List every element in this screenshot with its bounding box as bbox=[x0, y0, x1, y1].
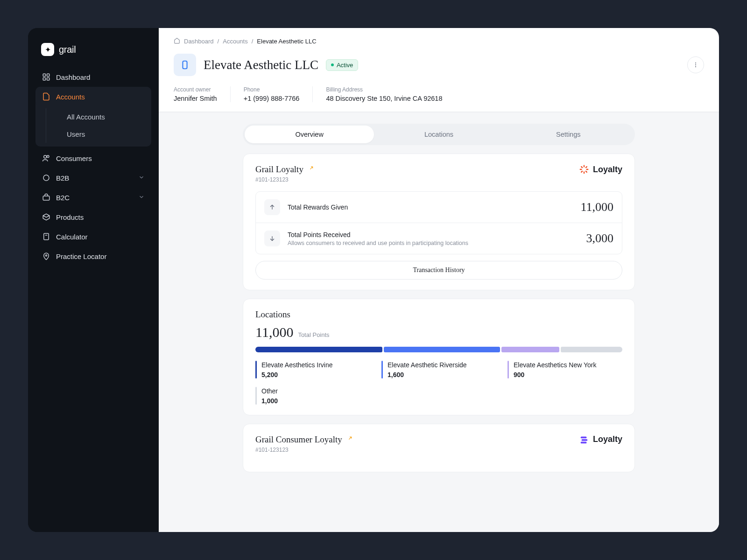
sidebar-item-b2c[interactable]: B2C bbox=[35, 188, 151, 207]
title-row: Elevate Aesthetic LLC Active bbox=[174, 45, 704, 86]
brand-name: grail bbox=[59, 44, 76, 55]
transaction-history-button[interactable]: Transaction History bbox=[255, 261, 622, 280]
legend-name: Elevate Aesthetics Irvine bbox=[261, 361, 333, 370]
tab-locations[interactable]: Locations bbox=[374, 126, 503, 143]
meta-label: Billing Address bbox=[326, 86, 442, 93]
account-avatar-icon bbox=[174, 54, 196, 76]
dots-vertical-icon bbox=[692, 61, 699, 69]
sidebar-item-consumers[interactable]: Consumers bbox=[35, 148, 151, 168]
svg-point-4 bbox=[44, 155, 47, 158]
arrow-down-icon bbox=[264, 231, 280, 246]
breadcrumb-dashboard[interactable]: Dashboard bbox=[184, 38, 214, 45]
breadcrumb-sep: / bbox=[252, 38, 254, 45]
meta-phone: Phone +1 (999) 888-7766 bbox=[244, 86, 313, 102]
sidebar-item-calculator[interactable]: Calculator bbox=[35, 227, 151, 246]
locations-total-value: 11,000 bbox=[255, 324, 293, 340]
locations-total-label: Total Points bbox=[298, 331, 329, 338]
tabs: Overview Locations Settings bbox=[243, 124, 635, 145]
sidebar-item-label: Dashboard bbox=[56, 73, 145, 81]
breadcrumb-sep: / bbox=[218, 38, 219, 45]
sidebar-subnav-accounts: All Accounts Users bbox=[46, 108, 151, 143]
tab-overview[interactable]: Overview bbox=[245, 126, 374, 143]
svg-line-20 bbox=[586, 171, 587, 172]
svg-point-6 bbox=[43, 175, 49, 181]
breadcrumb-current: Elevate Aesthetic LLC bbox=[257, 38, 316, 45]
external-link-icon[interactable] bbox=[307, 164, 314, 175]
sidebar-group-accounts: Accounts All Accounts Users bbox=[35, 87, 151, 147]
meta-address: Billing Address 48 Discovery Ste 150, Ir… bbox=[326, 86, 455, 102]
bar-segment-2 bbox=[501, 347, 559, 352]
sidebar-item-label: Products bbox=[56, 213, 145, 221]
meta-owner: Account owner Jennifer Smith bbox=[174, 86, 231, 102]
sidebar-item-practice-locator[interactable]: Practice Locator bbox=[35, 246, 151, 266]
card-title: Grail Loyalty bbox=[255, 164, 314, 175]
content-scroll[interactable]: Overview Locations Settings Grail Loyalt… bbox=[159, 112, 719, 532]
svg-point-13 bbox=[695, 64, 696, 65]
sidebar-item-label: Calculator bbox=[56, 233, 145, 241]
sidebar-item-label: Accounts bbox=[56, 93, 145, 101]
meta-value: Jennifer Smith bbox=[174, 95, 217, 102]
sidebar-item-accounts[interactable]: Accounts bbox=[35, 87, 151, 106]
app-shell: ✦ grail Dashboard Accounts All Accounts … bbox=[28, 28, 719, 532]
sidebar-subitem-all-accounts[interactable]: All Accounts bbox=[61, 108, 151, 126]
svg-line-19 bbox=[581, 167, 582, 168]
svg-point-12 bbox=[695, 63, 696, 63]
card-id: #101-123123 bbox=[255, 447, 352, 453]
sidebar-subitem-users[interactable]: Users bbox=[61, 126, 151, 143]
locations-bar-chart bbox=[255, 347, 622, 352]
card-title-text: Grail Consumer Loyalty bbox=[255, 434, 342, 445]
more-button[interactable] bbox=[687, 56, 704, 73]
legend-tick bbox=[255, 361, 257, 378]
stat-label: Total Points Received bbox=[288, 231, 579, 238]
svg-rect-8 bbox=[44, 233, 49, 240]
breadcrumb-accounts[interactable]: Accounts bbox=[223, 38, 247, 45]
stack-icon bbox=[579, 434, 589, 445]
stat-points-received: Total Points Received Allows consumers t… bbox=[256, 223, 622, 254]
sidebar-item-dashboard[interactable]: Dashboard bbox=[35, 67, 151, 87]
legend-value: 1,600 bbox=[388, 371, 467, 378]
account-meta: Account owner Jennifer Smith Phone +1 (9… bbox=[174, 86, 704, 112]
meta-label: Account owner bbox=[174, 86, 217, 93]
legend-value: 1,000 bbox=[261, 397, 278, 405]
calculator-icon bbox=[42, 232, 50, 241]
locations-title: Locations bbox=[255, 309, 622, 320]
svg-point-14 bbox=[695, 66, 696, 67]
legend-item: Elevate Aesthetics New York 900 bbox=[507, 361, 622, 378]
svg-point-5 bbox=[47, 155, 49, 158]
loyalty-card-1: Grail Loyalty #101-123123 Loyalty bbox=[243, 154, 635, 290]
card-header: Grail Loyalty #101-123123 Loyalty bbox=[255, 164, 622, 183]
meta-value: +1 (999) 888-7766 bbox=[244, 95, 300, 102]
stat-text: Total Rewards Given bbox=[288, 203, 573, 211]
svg-rect-27 bbox=[581, 441, 587, 443]
stat-sublabel: Allows consumers to received and use poi… bbox=[288, 240, 579, 246]
chevron-down-icon bbox=[138, 194, 145, 202]
breadcrumb: Dashboard / Accounts / Elevate Aesthetic… bbox=[174, 37, 704, 45]
page-title: Elevate Aesthetic LLC bbox=[204, 58, 318, 72]
legend-item: Elevate Aesthetics Irvine 5,200 bbox=[255, 361, 370, 378]
sidebar-item-label: B2B bbox=[56, 174, 133, 182]
arrow-up-icon bbox=[264, 199, 280, 215]
legend-tick bbox=[255, 387, 257, 405]
locations-card: Locations 11,000 Total Points bbox=[243, 299, 635, 415]
card-title: Grail Consumer Loyalty bbox=[255, 434, 352, 445]
status-badge: Active bbox=[326, 59, 358, 71]
sidebar-item-label: Consumers bbox=[56, 154, 145, 162]
meta-value: 48 Discovery Ste 150, Irvine CA 92618 bbox=[326, 95, 442, 102]
accounts-icon bbox=[42, 92, 50, 101]
sidebar: ✦ grail Dashboard Accounts All Accounts … bbox=[28, 28, 159, 532]
consumers-icon bbox=[42, 154, 50, 162]
legend-item: Elevate Aesthetic Riverside 1,600 bbox=[381, 361, 496, 378]
svg-line-21 bbox=[581, 171, 582, 172]
sidebar-item-label: B2C bbox=[56, 194, 133, 202]
legend-tick bbox=[381, 361, 383, 378]
home-icon[interactable] bbox=[174, 37, 180, 45]
main-panel: Dashboard / Accounts / Elevate Aesthetic… bbox=[159, 28, 719, 532]
center-column: Overview Locations Settings Grail Loyalt… bbox=[243, 124, 635, 472]
brand-logo[interactable]: ✦ grail bbox=[35, 39, 151, 67]
external-link-icon[interactable] bbox=[346, 434, 352, 445]
sidebar-item-b2b[interactable]: B2B bbox=[35, 168, 151, 188]
status-badge-label: Active bbox=[337, 62, 353, 69]
tab-settings[interactable]: Settings bbox=[504, 126, 633, 143]
legend-name: Elevate Aesthetic Riverside bbox=[388, 361, 467, 370]
sidebar-item-products[interactable]: Products bbox=[35, 207, 151, 227]
